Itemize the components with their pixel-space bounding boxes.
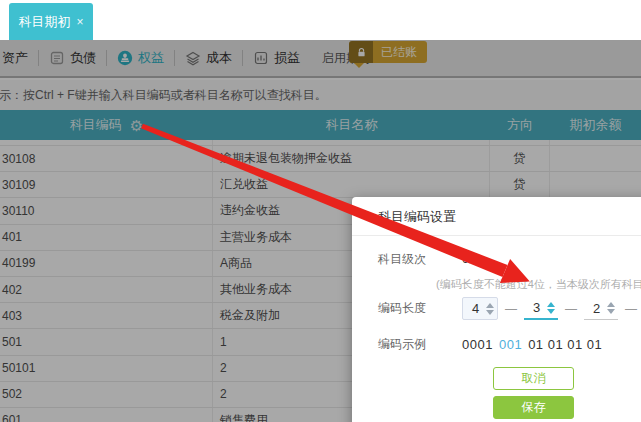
dialog-title: 科目编码设置: [352, 197, 641, 235]
stepper-down-icon[interactable]: [486, 310, 494, 315]
length-stepper-2[interactable]: 3: [524, 297, 558, 320]
example-label: 编码示例: [378, 336, 436, 353]
code-settings-dialog: 科目编码设置 科目级次 6级 (编码长度不能超过4位，当本级次所有科目编码首位 …: [352, 197, 641, 422]
stepper-value[interactable]: 4: [469, 301, 482, 316]
page-tab-strip: 科目期初 ×: [0, 0, 641, 40]
stepper-separator: —: [625, 302, 637, 316]
stepper-up-icon[interactable]: [607, 302, 615, 307]
stepper-down-icon[interactable]: [547, 309, 555, 314]
stepper-down-icon[interactable]: [607, 309, 615, 314]
example-value: 0001 001 01 01 01 01: [462, 337, 602, 352]
length-stepper-3[interactable]: 2: [584, 298, 618, 320]
level-label: 科目级次: [378, 251, 436, 268]
stepper-up-icon[interactable]: [486, 303, 494, 308]
length-stepper-1[interactable]: 4: [462, 297, 498, 320]
tab-subject-opening[interactable]: 科目期初 ×: [9, 3, 93, 40]
level-select[interactable]: 6级: [462, 251, 481, 268]
stepper-up-icon[interactable]: [547, 302, 555, 307]
close-icon[interactable]: ×: [76, 15, 83, 29]
stepper-separator: —: [505, 302, 517, 316]
dialog-divider: [352, 235, 641, 236]
example-part: 01 01 01 01: [528, 337, 602, 352]
example-part: 0001: [462, 337, 493, 352]
stepper-value[interactable]: 3: [530, 300, 543, 315]
length-label: 编码长度: [378, 300, 436, 317]
example-part-highlight: 001: [499, 337, 522, 352]
app-window: 科目期初 × 资产 负债 权益 成本 损益 启用期间：2020.10: [0, 0, 641, 422]
stepper-separator: —: [565, 302, 577, 316]
tab-label: 科目期初: [18, 13, 70, 31]
stepper-value[interactable]: 2: [590, 301, 603, 316]
cancel-button[interactable]: 取消: [493, 367, 574, 390]
length-steppers: 4 — 3 — 2 — 2: [462, 297, 641, 320]
length-hint-text: (编码长度不能超过4位，当本级次所有科目编码首位: [436, 278, 641, 290]
save-button[interactable]: 保存: [493, 396, 574, 419]
